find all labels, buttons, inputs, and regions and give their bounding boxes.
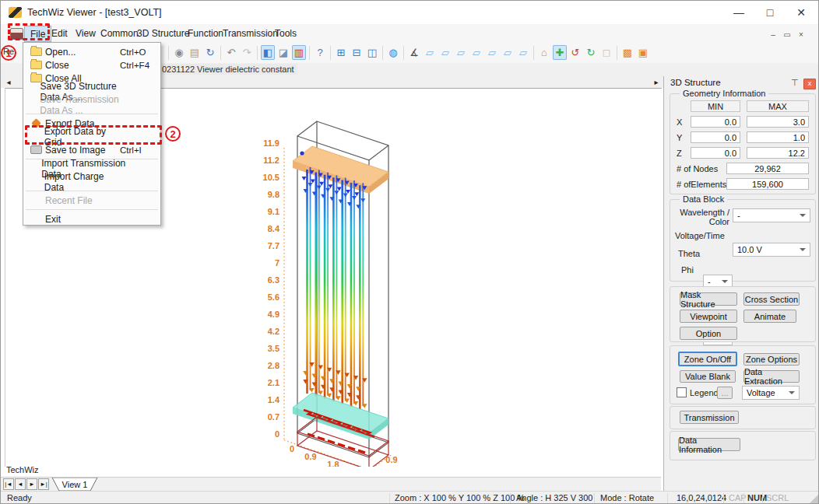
document-icon — [10, 28, 23, 40]
data-information-group: Data Information — [670, 431, 816, 460]
max-header: MAX — [747, 100, 809, 112]
tile-horizontal-icon[interactable]: ⊟ — [350, 45, 364, 60]
toolbar-separator — [309, 46, 310, 60]
panel-bottom-icon[interactable]: ◪ — [276, 45, 290, 60]
mdi-restore-button[interactable]: ▭ — [781, 29, 793, 40]
redo-icon[interactable]: ↷ — [240, 45, 254, 60]
zone-grid-icon[interactable]: ▣ — [636, 45, 650, 60]
menu-item-close[interactable]: Close Ctrl+F4 — [23, 58, 160, 72]
dataset-combo[interactable]: 0231122 Viewer dielectric constant — [159, 64, 297, 75]
tab-scroll-left-icon[interactable]: ◂ — [3, 76, 14, 87]
undo-icon[interactable]: ↶ — [224, 45, 238, 60]
status-num-lock: NUM — [747, 493, 767, 502]
transmission-group: Transmission — [670, 406, 816, 429]
mask-structure-button[interactable]: Mask Structure — [680, 292, 737, 306]
axes-triad-icon[interactable]: ∡ — [407, 45, 421, 60]
mdi-minimize-button[interactable]: – — [767, 29, 779, 40]
svg-text:3.5: 3.5 — [268, 344, 279, 353]
svg-text:1.8: 1.8 — [327, 460, 339, 467]
data-information-button[interactable]: Data Information — [678, 438, 740, 451]
menu-separator — [26, 209, 158, 210]
wavelength-color-select[interactable]: - — [733, 208, 810, 222]
toolbar-fragment: Re — [3, 47, 14, 56]
globe-icon[interactable]: ◍ — [386, 45, 400, 60]
tab-prev-button[interactable]: ◄ — [15, 478, 26, 490]
snapshot-icon[interactable]: ◉ — [172, 45, 186, 60]
maximize-button[interactable]: □ — [754, 1, 786, 24]
view-cube-top-icon[interactable]: ▱ — [485, 45, 499, 60]
svg-text:2.1: 2.1 — [268, 378, 279, 387]
view-cube-bottom-icon[interactable]: ▱ — [501, 45, 515, 60]
tab-scroll-right-icon[interactable]: ▸ — [651, 76, 662, 87]
view-cube-back-icon[interactable]: ▱ — [438, 45, 452, 60]
status-ready: Ready — [7, 493, 32, 502]
panel-left-icon[interactable]: ◧ — [261, 45, 275, 60]
svg-text:5.6: 5.6 — [268, 292, 279, 302]
mdi-close-button[interactable]: × — [795, 29, 807, 40]
zone-options-button[interactable]: Zone Options — [743, 353, 800, 366]
export-icon — [26, 120, 45, 127]
toolbar-separator — [257, 46, 258, 60]
option-button[interactable]: Option — [680, 327, 737, 340]
menu-tools[interactable]: Tools — [269, 26, 303, 40]
toolbar-separator — [168, 46, 169, 60]
minimize-button[interactable]: — — [723, 1, 754, 24]
report-icon[interactable]: ▥ — [292, 45, 306, 60]
title-bar: TechWiz Viewer - [test3_VOLT] — □ ✕ — [1, 1, 819, 24]
svg-text:0.9: 0.9 — [304, 452, 316, 461]
move-axes-icon[interactable]: ✚ — [553, 45, 567, 60]
svg-text:0.7: 0.7 — [268, 412, 279, 422]
tab-first-button[interactable]: |◄ — [3, 478, 14, 490]
z-min-value: 0.0 — [691, 147, 740, 159]
data-extraction-button[interactable]: Data Extraction — [743, 370, 800, 383]
menu-item-open[interactable]: Open... Ctrl+O — [23, 45, 160, 58]
resize-grip[interactable] — [810, 495, 818, 503]
svg-text:View 1: View 1 — [62, 480, 88, 489]
view-cube-iso-icon[interactable]: ▱ — [516, 45, 530, 60]
help-icon[interactable]: ? — [313, 45, 327, 60]
tab-next-button[interactable]: ► — [26, 478, 37, 490]
svg-text:0: 0 — [275, 429, 279, 439]
cross-section-button[interactable]: Cross Section — [743, 292, 800, 306]
view-tab-bar: |◄ ◄ ► ►| View 1 — [1, 477, 661, 492]
window-cascade-icon[interactable]: ⊞ — [334, 45, 348, 60]
close-button[interactable]: ✕ — [786, 1, 817, 24]
toolbar-separator — [617, 46, 617, 60]
svg-text:7.7: 7.7 — [268, 241, 279, 250]
menu-item-save-to-image[interactable]: Save to Image Ctrl+I — [23, 143, 160, 156]
rotate-ccw-icon[interactable]: ↺ — [568, 45, 582, 60]
menu-item-import-charge[interactable]: Import Charge Data — [23, 175, 160, 188]
transmission-button[interactable]: Transmission — [680, 411, 739, 424]
paste-icon[interactable]: ▤ — [188, 45, 202, 60]
select-box-icon[interactable]: ◻ — [599, 45, 613, 60]
refresh-icon[interactable]: ↻ — [203, 45, 217, 60]
display-mode-select[interactable]: Voltage — [742, 386, 800, 400]
legend-more-button[interactable]: ... — [717, 387, 733, 399]
tab-last-button[interactable]: ►| — [38, 478, 49, 490]
rotate-cw-icon[interactable]: ↻ — [584, 45, 598, 60]
view-cube-right-icon[interactable]: ▱ — [469, 45, 483, 60]
svg-text:6.3: 6.3 — [268, 275, 279, 285]
zone-polygon-icon[interactable]: ⌂ — [537, 45, 551, 60]
svg-text:9.8: 9.8 — [268, 190, 279, 199]
voltage-time-select[interactable]: 10.0 V — [733, 243, 810, 257]
view-cube-left-icon[interactable]: ▱ — [454, 45, 468, 60]
viewpoint-button[interactable]: Viewpoint — [680, 310, 737, 323]
menu-item-exit[interactable]: Exit — [23, 212, 160, 226]
panel-close-icon[interactable]: x — [803, 79, 816, 89]
menu-item-export-data-by-grid[interactable]: Export Data by Grid — [23, 130, 160, 143]
view-tab[interactable]: View 1 — [51, 478, 100, 492]
view-cube-front-icon[interactable]: ▱ — [423, 45, 437, 60]
open-folder-icon — [26, 47, 45, 56]
tile-vertical-icon[interactable]: ◫ — [365, 45, 379, 60]
pin-icon[interactable]: ⊤ — [791, 78, 799, 88]
structure-panel: 3D Structure ⊤ x Geometry Information MI… — [663, 76, 819, 491]
toolbar-separator — [403, 46, 404, 60]
zone-grid-dotted-icon[interactable]: ▩ — [620, 45, 634, 60]
value-blank-button[interactable]: Value Blank — [680, 370, 736, 383]
nodes-value: 29,962 — [726, 163, 809, 174]
legend-checkbox[interactable] — [677, 387, 687, 397]
elements-label: # ofElements — [677, 180, 726, 189]
zone-onoff-button[interactable]: Zone On/Off — [678, 352, 737, 366]
animate-button[interactable]: Animate — [743, 310, 796, 323]
